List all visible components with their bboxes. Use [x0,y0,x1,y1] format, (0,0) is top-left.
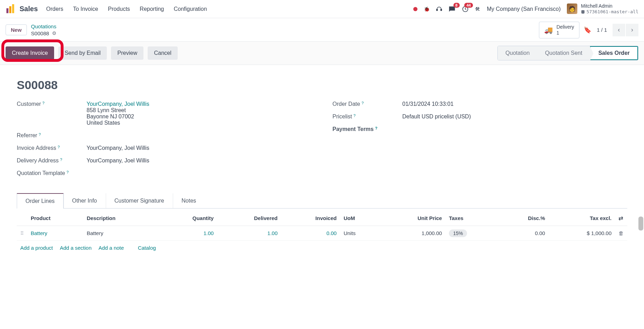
action-bar: Create Invoice Send by Email Preview Can… [0,42,644,65]
svg-rect-4 [441,9,442,11]
customer-link[interactable]: YourCompany, Joel Willis [87,101,149,107]
status-bar: Quotation Quotation Sent Sales Order [497,46,638,60]
breadcrumbs: Quotations S00088 ⚙ [31,23,57,37]
tab-customer-signature[interactable]: Customer Signature [106,193,173,208]
breadcrumb-current: S00088 ⚙ [31,30,57,37]
cell-delivered[interactable]: 1.00 [267,230,277,236]
pager-text: 1 / 1 [597,27,607,33]
help-icon[interactable]: ? [354,114,356,118]
order-lines-table: Product Description Quantity Delivered I… [17,211,627,255]
label-customer: Customer? [17,101,87,126]
th-taxes[interactable]: Taxes [445,211,498,226]
cell-product[interactable]: Battery [31,230,47,236]
status-quotation[interactable]: Quotation [498,46,537,60]
add-section-link[interactable]: Add a section [60,245,91,251]
field-delivery-address[interactable]: YourCompany, Joel Willis [87,158,149,164]
th-description[interactable]: Description [83,211,158,226]
field-customer[interactable]: YourCompany, Joel Willis 858 Lynn Street… [87,101,149,126]
svg-rect-1 [9,6,12,13]
th-tax-excl[interactable]: Tax excl. [549,211,615,226]
cell-uom[interactable]: Units [340,226,379,240]
th-unit-price[interactable]: Unit Price [380,211,445,226]
nav-to-invoice[interactable]: To Invoice [73,6,98,12]
stat-label: Delivery [556,24,574,30]
tab-other-info[interactable]: Other Info [64,193,106,208]
help-icon[interactable]: ? [66,170,68,174]
messages-icon[interactable]: 8 [449,6,456,13]
new-button[interactable]: New [6,24,27,35]
nav-products[interactable]: Products [108,6,130,12]
status-quotation-sent[interactable]: Quotation Sent [537,46,590,60]
form-body: S00088 Customer? YourCompany, Joel Willi… [0,65,644,262]
avatar-icon: 🧑 [567,3,577,14]
label-referrer: Referrer? [17,132,87,139]
nav-reporting[interactable]: Reporting [140,6,164,12]
support-icon[interactable] [436,6,442,12]
user-menu[interactable]: 🧑 Mitchell Admin 57361061-master-all [567,3,638,14]
create-invoice-button[interactable]: Create Invoice [6,46,54,60]
help-icon[interactable]: ? [60,158,62,162]
app-logo-icon[interactable] [6,4,15,14]
preview-button[interactable]: Preview [111,46,143,60]
th-quantity[interactable]: Quantity [158,211,217,226]
label-pricelist: Pricelist? [333,114,402,120]
app-brand[interactable]: Sales [20,5,38,13]
user-name: Mitchell Admin [581,3,638,9]
tools-icon[interactable]: 🛠 [475,6,480,12]
delete-row-icon[interactable]: 🗑 [619,230,624,236]
activities-badge: 44 [464,3,473,8]
th-disc[interactable]: Disc.% [498,211,549,226]
send-email-button[interactable]: Send by Email [58,46,107,60]
status-sales-order[interactable]: Sales Order [590,46,638,60]
cell-disc[interactable]: 0.00 [498,226,549,240]
activities-icon[interactable]: 44 [462,6,469,13]
label-payment-terms: Payment Terms? [333,126,402,132]
gear-icon[interactable]: ⚙ [52,30,57,36]
cell-unit-price[interactable]: 1,000.00 [380,226,445,240]
cell-invoiced[interactable]: 0.00 [326,230,336,236]
th-invoiced[interactable]: Invoiced [281,211,340,226]
systray-icons: 🐞 8 44 🛠 [413,6,480,13]
cell-description[interactable]: Battery [83,226,158,240]
tab-order-lines[interactable]: Order Lines [17,193,64,209]
add-links-row: Add a product Add a section Add a note C… [17,241,627,255]
company-switcher[interactable]: My Company (San Francisco) [487,6,561,12]
delivery-stat-button[interactable]: 🚚 Delivery 1 [539,22,579,38]
debug-icon[interactable]: 🐞 [424,6,430,12]
help-icon[interactable]: ? [39,132,41,137]
tab-notes[interactable]: Notes [173,193,205,208]
help-icon[interactable]: ? [375,126,377,130]
help-icon[interactable]: ? [58,145,60,149]
field-pricelist[interactable]: Default USD pricelist (USD) [402,114,471,120]
cell-taxes[interactable]: 15% [449,229,467,237]
cell-quantity[interactable]: 1.00 [203,230,214,236]
columns-options-icon[interactable]: ⇄ [619,215,623,221]
drag-handle-icon[interactable]: ⠿ [20,231,24,236]
catalog-link[interactable]: Catalog [138,245,156,251]
field-order-date[interactable]: 01/31/2024 10:33:01 [402,101,454,107]
label-quotation-template: Quotation Template? [17,170,87,176]
help-icon[interactable]: ? [362,101,364,105]
breadcrumb-parent[interactable]: Quotations [31,23,57,30]
nav-orders[interactable]: Orders [46,6,63,12]
scrollbar-thumb[interactable] [638,217,643,231]
svg-rect-0 [6,8,8,13]
table-row[interactable]: ⠿ Battery Battery 1.00 1.00 0.00 Units 1… [17,226,627,240]
help-icon[interactable]: ? [42,101,44,105]
nav-configuration[interactable]: Configuration [174,6,207,12]
pager-prev-button[interactable]: ‹ [613,24,625,36]
th-delivered[interactable]: Delivered [217,211,281,226]
record-indicator-icon[interactable] [413,7,417,11]
messages-badge: 8 [453,3,460,8]
add-product-link[interactable]: Add a product [20,245,53,251]
add-note-link[interactable]: Add a note [98,245,124,251]
cancel-button[interactable]: Cancel [148,46,178,60]
th-product[interactable]: Product [27,211,83,226]
top-nav: Sales Orders To Invoice Products Reporti… [0,0,644,18]
th-uom[interactable]: UoM [340,211,379,226]
field-invoice-address[interactable]: YourCompany, Joel Willis [87,145,149,151]
pager-next-button[interactable]: › [626,24,638,36]
cell-tax-excl[interactable]: $ 1,000.00 [549,226,615,240]
label-invoice-address: Invoice Address? [17,145,87,151]
bookmark-icon[interactable]: 🔖 [584,26,591,34]
